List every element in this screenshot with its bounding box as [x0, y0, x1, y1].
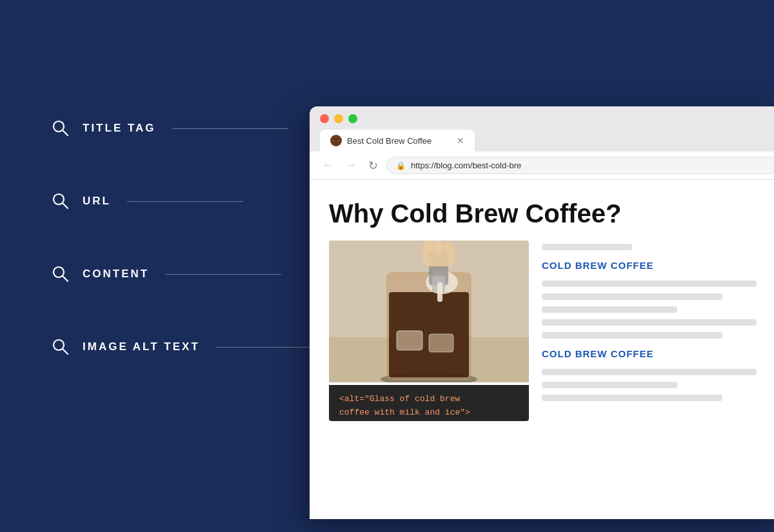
tab-favicon — [330, 135, 342, 146]
content-line-6 — [542, 332, 722, 339]
browser-dots — [320, 114, 774, 123]
back-button[interactable]: ← — [319, 157, 337, 173]
sidebar-label-content: CONTENT — [83, 268, 149, 281]
content-line-9 — [542, 395, 722, 401]
browser-tabs: Best Cold Brew Coffee ✕ — [320, 130, 774, 152]
sidebar-item-url: URL — [52, 192, 332, 210]
url-text: https://blog.com/best-cold-bre — [411, 161, 521, 170]
browser-window: Best Cold Brew Coffee ✕ ← → ↻ 🔒 https://… — [310, 106, 774, 519]
keyword-link-2: COLD BREW COFFEE — [542, 348, 768, 359]
content-line-2 — [542, 281, 757, 287]
dot-yellow[interactable] — [334, 114, 343, 123]
sidebar: TITLE TAG URL CONTENT IMAGE ALT TEXT — [52, 119, 332, 356]
refresh-button[interactable]: ↻ — [365, 157, 381, 174]
sidebar-line-content — [165, 274, 281, 275]
tab-close-button[interactable]: ✕ — [457, 135, 464, 146]
tab-title: Best Cold Brew Coffee — [347, 136, 452, 146]
sidebar-line-title-tag — [172, 128, 288, 129]
svg-rect-24 — [434, 241, 442, 253]
svg-rect-16 — [397, 331, 422, 350]
svg-line-5 — [63, 276, 68, 281]
content-area: <alt="Glass of cold brewcoffee with milk… — [329, 241, 768, 421]
content-line-7 — [542, 369, 757, 375]
keyword-link-1: COLD BREW COFFEE — [542, 260, 768, 271]
sidebar-label-title-tag: TITLE TAG — [83, 122, 156, 135]
dot-green[interactable] — [348, 114, 357, 123]
content-line-3 — [542, 293, 722, 300]
svg-line-3 — [63, 203, 68, 208]
svg-rect-23 — [424, 241, 432, 253]
content-line-1 — [542, 244, 632, 250]
sidebar-item-title-tag: TITLE TAG — [52, 119, 332, 137]
coffee-photo-svg — [329, 241, 529, 382]
svg-line-1 — [63, 130, 68, 135]
alt-text-overlay: <alt="Glass of cold brewcoffee with milk… — [329, 385, 529, 421]
search-icon-alt — [52, 338, 70, 356]
svg-rect-21 — [437, 282, 442, 302]
browser-chrome: Best Cold Brew Coffee ✕ — [310, 106, 774, 152]
address-bar[interactable]: 🔒 https://blog.com/best-cold-bre — [386, 157, 774, 174]
sidebar-item-image-alt: IMAGE ALT TEXT — [52, 338, 332, 356]
browser-content: Why Cold Brew Coffee? — [310, 180, 774, 434]
search-icon-title — [52, 119, 70, 137]
page-heading: Why Cold Brew Coffee? — [329, 199, 768, 228]
content-line-8 — [542, 382, 677, 388]
sidebar-label-url: URL — [83, 195, 111, 208]
coffee-image-container: <alt="Glass of cold brewcoffee with milk… — [329, 241, 529, 421]
right-content-area: COLD BREW COFFEE COLD BREW COFFEE — [542, 241, 768, 421]
sidebar-label-image-alt: IMAGE ALT TEXT — [83, 340, 200, 353]
svg-rect-17 — [429, 334, 453, 352]
content-line-5 — [542, 319, 757, 326]
lock-icon: 🔒 — [396, 161, 406, 170]
svg-rect-25 — [444, 242, 452, 253]
dot-red[interactable] — [320, 114, 329, 123]
browser-nav: ← → ↻ 🔒 https://blog.com/best-cold-bre — [310, 152, 774, 180]
content-line-4 — [542, 306, 677, 313]
search-icon-url — [52, 192, 70, 210]
forward-button[interactable]: → — [342, 157, 360, 173]
sidebar-item-content: CONTENT — [52, 265, 332, 283]
browser-tab-active[interactable]: Best Cold Brew Coffee ✕ — [320, 130, 475, 152]
sidebar-line-url — [127, 201, 243, 202]
svg-line-7 — [63, 349, 68, 354]
search-icon-content — [52, 265, 70, 283]
